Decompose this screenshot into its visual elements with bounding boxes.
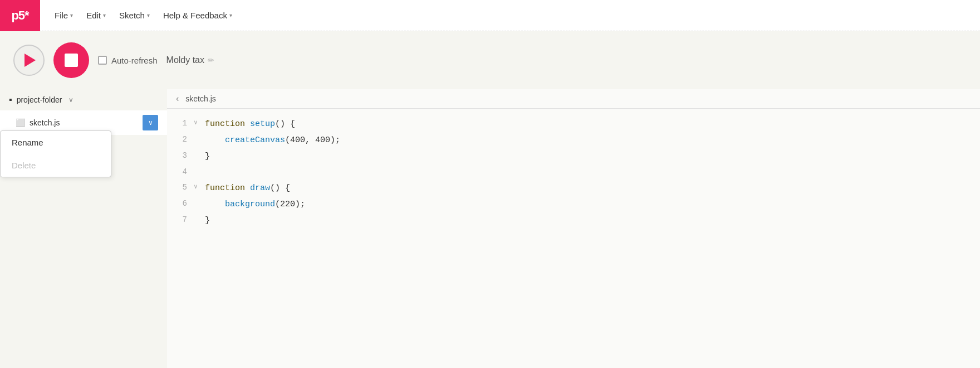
menu-items: File ▾ Edit ▾ Sketch ▾ Help & Feedback ▾ <box>40 7 238 23</box>
editor-area: ‹ sketch.js 1 ∨ function setup() { 2 cre… <box>167 89 980 368</box>
auto-refresh-label: Auto-refresh <box>111 56 158 65</box>
auto-refresh-area: Auto-refresh <box>98 56 158 65</box>
toolbar: Auto-refresh Moldy tax ✏ <box>0 31 980 89</box>
code-line: 7 } <box>167 212 980 228</box>
chevron-down-icon: ▾ <box>103 12 106 18</box>
folder-header[interactable]: ▪ project-folder ∨ <box>0 89 167 110</box>
sketch-name-area[interactable]: Moldy tax ✏ <box>166 55 214 65</box>
tab-name: sketch.js <box>185 94 215 103</box>
play-icon <box>24 54 36 67</box>
code-line: 5 ∨ function draw() { <box>167 180 980 196</box>
file-icon: ⬜ <box>16 118 25 127</box>
main-content: ▪ project-folder ∨ ⬜ sketch.js ∨ Rename … <box>0 89 980 368</box>
code-editor[interactable]: 1 ∨ function setup() { 2 createCanvas(40… <box>167 109 980 368</box>
menu-bar: p5* File ▾ Edit ▾ Sketch ▾ Help & Feedba… <box>0 0 980 31</box>
pencil-icon: ✏ <box>208 56 214 65</box>
play-button[interactable] <box>13 45 45 76</box>
context-menu-rename[interactable]: Rename <box>1 131 111 154</box>
logo[interactable]: p5* <box>0 0 40 31</box>
menu-item-sketch[interactable]: Sketch ▾ <box>114 7 155 23</box>
stop-button[interactable] <box>53 42 89 78</box>
code-line: 1 ∨ function setup() { <box>167 115 980 132</box>
context-menu: Rename Delete <box>0 130 111 177</box>
folder-icon: ▪ <box>9 95 12 105</box>
chevron-down-icon: ▾ <box>70 12 73 18</box>
file-row: ⬜ sketch.js ∨ Rename Delete <box>0 110 167 135</box>
sketch-name: Moldy tax <box>166 55 204 65</box>
chevron-down-icon: ▾ <box>229 12 232 18</box>
menu-item-edit[interactable]: Edit ▾ <box>81 7 111 23</box>
stop-icon <box>65 54 78 67</box>
context-menu-delete: Delete <box>1 154 111 177</box>
collapse-icon[interactable]: ‹ <box>176 94 179 104</box>
auto-refresh-checkbox[interactable] <box>98 56 107 65</box>
chevron-down-icon: ▾ <box>147 12 150 18</box>
logo-text: p5* <box>11 8 28 23</box>
file-name: sketch.js <box>30 118 143 127</box>
file-options-button[interactable]: ∨ <box>143 115 158 130</box>
folder-name: project-folder <box>17 95 62 104</box>
chevron-down-icon: ∨ <box>68 96 74 104</box>
code-line: 6 background(220); <box>167 196 980 212</box>
code-line: 2 createCanvas(400, 400); <box>167 132 980 148</box>
menu-item-file[interactable]: File ▾ <box>49 7 79 23</box>
code-line: 4 <box>167 164 980 180</box>
menu-item-help[interactable]: Help & Feedback ▾ <box>158 7 238 23</box>
sidebar: ▪ project-folder ∨ ⬜ sketch.js ∨ Rename … <box>0 89 167 368</box>
editor-tab-bar: ‹ sketch.js <box>167 89 980 109</box>
chevron-down-icon: ∨ <box>148 119 153 127</box>
code-line: 3 } <box>167 148 980 164</box>
